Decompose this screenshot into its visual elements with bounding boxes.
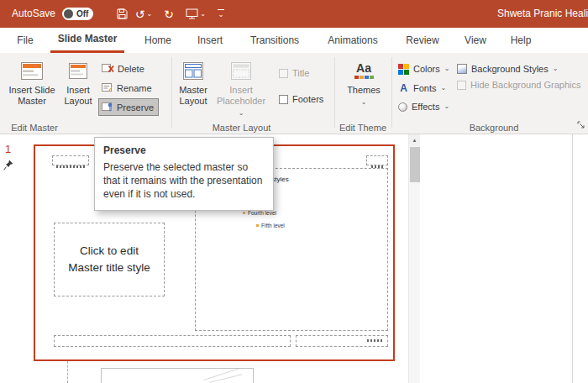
- insert-slide-master-button[interactable]: Insert Slide Master: [5, 55, 59, 107]
- pane-divider: [572, 134, 573, 383]
- layout-slide-thumbnail[interactable]: [101, 368, 254, 383]
- redo-icon: ↻: [164, 8, 174, 21]
- title-placeholder: Click to edit Master title style: [54, 223, 165, 296]
- chevron-down-icon: ⌄: [218, 9, 224, 18]
- ribbon-tab-bar: File Slide Master Home Insert Transition…: [0, 28, 588, 53]
- account-name[interactable]: Shweta Pranic Heali: [497, 0, 588, 28]
- powerpoint-window: AutoSave Off ↺ ⌄ ↻ ⌄ ⌄ Shweta Pranic Hea…: [0, 0, 588, 383]
- tab-view[interactable]: View: [460, 28, 491, 53]
- group-label-master-layout: Master Layout: [206, 123, 277, 133]
- tab-review[interactable]: Review: [403, 28, 442, 53]
- tooltip-title: Preserve: [103, 144, 265, 156]
- footers-checkbox[interactable]: Footers: [279, 94, 323, 104]
- thumbnail-scrollbar[interactable]: ▲: [408, 134, 420, 383]
- chevron-down-icon: ⌄: [444, 103, 449, 110]
- checkbox-icon: [279, 69, 288, 78]
- preserve-icon: [102, 102, 113, 113]
- tab-file[interactable]: File: [10, 28, 40, 53]
- dialog-launcher-icon: [577, 121, 585, 129]
- insert-slide-master-label: Insert Slide: [8, 85, 55, 95]
- title-checkbox: Title: [279, 68, 309, 78]
- group-separator: [391, 57, 392, 128]
- group-label-edit-master: Edit Master: [5, 123, 64, 133]
- start-from-beginning-button[interactable]: ⌄: [183, 0, 208, 28]
- autosave-toggle[interactable]: Off: [62, 8, 93, 20]
- redo-button[interactable]: ↻: [161, 0, 176, 28]
- rename-label: Rename: [117, 83, 152, 93]
- footer-placeholder: [54, 335, 291, 347]
- slide-thumbnails-pane: 1 Click to edit Master text styles Secon…: [0, 134, 588, 383]
- colors-button[interactable]: Colors ⌄: [398, 60, 450, 77]
- footers-checkbox-label: Footers: [292, 94, 323, 104]
- hide-background-graphics-checkbox: Hide Background Graphics: [457, 80, 588, 90]
- autosave-label: AutoSave: [12, 0, 55, 28]
- date-placeholder: [52, 155, 89, 165]
- group-separator: [334, 57, 335, 128]
- background-styles-icon: [457, 64, 467, 74]
- bullet-icon: [256, 224, 259, 227]
- placeholder-text-marks: [367, 339, 382, 342]
- tab-transitions[interactable]: Transitions: [245, 28, 304, 53]
- delete-label: Delete: [118, 64, 144, 74]
- colors-icon: [398, 64, 409, 75]
- tab-insert[interactable]: Insert: [193, 28, 227, 53]
- save-button[interactable]: [113, 0, 131, 28]
- title-checkbox-label: Title: [292, 68, 309, 78]
- master-layout-icon: [183, 62, 203, 80]
- rename-button[interactable]: Rename: [98, 79, 159, 97]
- insert-slide-master-icon: [21, 62, 43, 80]
- chevron-down-icon: ⌄: [200, 11, 206, 18]
- scroll-up-icon: ▲: [412, 138, 417, 143]
- checkbox-icon: [457, 81, 466, 90]
- tab-slide-master[interactable]: Slide Master: [50, 28, 124, 53]
- preserve-button[interactable]: Preserve: [98, 98, 159, 116]
- insert-layout-icon: [69, 63, 87, 79]
- footer-right-placeholder: [296, 335, 388, 347]
- themes-label: Themes: [347, 85, 381, 95]
- fonts-label: Fonts: [413, 83, 437, 93]
- customize-quick-access-toolbar-button[interactable]: ⌄: [213, 0, 228, 28]
- checkbox-icon: [279, 95, 288, 104]
- effects-label: Effects: [412, 102, 439, 112]
- themes-icon: Aa: [354, 62, 374, 79]
- chevron-down-icon: ⌄: [239, 109, 244, 117]
- themes-button[interactable]: Aa Themes ⌄: [338, 55, 390, 107]
- ribbon: Insert Slide Master Insert Layout: [0, 53, 588, 134]
- chevron-down-icon: ⌄: [444, 66, 450, 72]
- undo-icon: ↺: [135, 8, 145, 21]
- hide-background-graphics-label: Hide Background Graphics: [470, 80, 580, 90]
- chevron-down-icon: ⌄: [441, 85, 447, 92]
- title-bar: AutoSave Off ↺ ⌄ ↻ ⌄ ⌄ Shweta Pranic Hea…: [0, 0, 588, 28]
- master-layout-label: Master: [179, 85, 207, 95]
- bullet-icon: [243, 212, 245, 214]
- fonts-button[interactable]: A Fonts ⌄: [398, 80, 446, 97]
- chevron-down-icon: ⌄: [553, 66, 559, 72]
- tab-home[interactable]: Home: [141, 28, 175, 53]
- preserve-tooltip: Preserve Preserve the selected master so…: [94, 137, 274, 211]
- chevron-down-icon: ⌄: [147, 11, 153, 18]
- colors-label: Colors: [413, 64, 440, 74]
- monitor-icon: [186, 8, 198, 19]
- group-label-edit-theme: Edit Theme: [334, 123, 391, 133]
- scroll-up-button[interactable]: ▲: [409, 134, 420, 146]
- undo-button[interactable]: ↺ ⌄: [133, 0, 155, 28]
- tooltip-body: Preserve the selected master so that it …: [103, 160, 265, 202]
- background-dialog-launcher[interactable]: [576, 121, 585, 130]
- thumbnail-connector-line: [67, 361, 68, 383]
- body-level-4: Fourth level: [243, 210, 276, 216]
- fonts-icon: A: [398, 82, 409, 94]
- autosave-toggle-knob: [64, 9, 73, 18]
- slide-number-placeholder: [366, 155, 388, 165]
- insert-layout-button[interactable]: Insert Layout: [59, 55, 97, 107]
- master-layout-button[interactable]: Master Layout: [173, 55, 213, 107]
- delete-button[interactable]: Delete: [98, 60, 159, 77]
- tab-help[interactable]: Help: [506, 28, 536, 53]
- background-styles-button[interactable]: Background Styles ⌄: [457, 60, 558, 77]
- insert-layout-label: Insert: [66, 85, 90, 95]
- rename-icon: [102, 82, 113, 93]
- effects-button[interactable]: Effects ⌄: [398, 98, 449, 115]
- group-label-background: Background: [460, 123, 528, 133]
- tab-animations[interactable]: Animations: [323, 28, 383, 53]
- scrollbar-thumb[interactable]: [410, 147, 420, 182]
- preserve-label: Preserve: [117, 102, 154, 113]
